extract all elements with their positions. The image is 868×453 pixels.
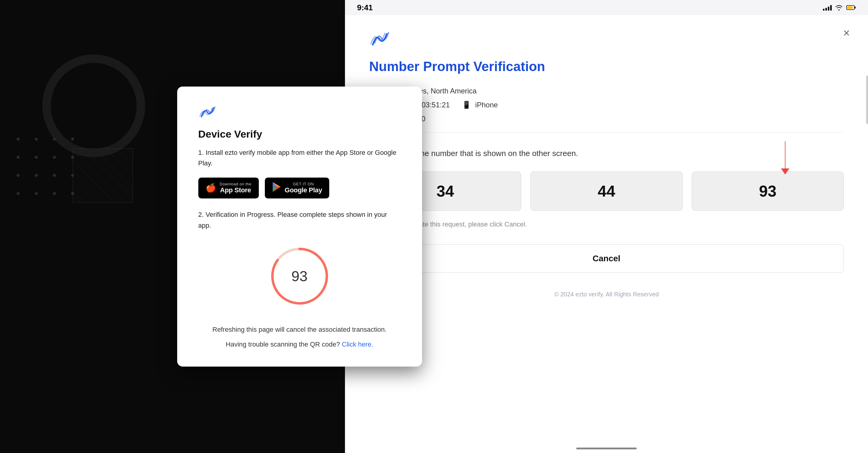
svg-rect-14 [855,7,856,8]
google-play-sub: GET IT ON [285,182,322,187]
close-button[interactable]: × [843,27,850,39]
trouble-text: Having trouble scanning the QR code? Cli… [198,340,401,349]
signal-icon [823,4,832,10]
phone-icon: 📱 [462,101,471,109]
select-prompt: Please select the number that is shown o… [369,148,844,159]
google-play-main: Google Play [285,187,322,194]
cancel-note: If you did not initiate this request, pl… [369,220,844,229]
device-text: iPhone [475,101,498,109]
footer-copyright: © 2024 ezto verify. All Rights Reserved [369,291,844,298]
status-icons [823,4,856,10]
store-buttons-container: 🍎 Download on the App Store GET IT ON G [198,178,401,199]
refresh-note: Refreshing this page will cancel the ass… [198,325,401,334]
step1-text: 1. Install ezto verify mobile app from e… [198,147,401,169]
iphone-panel: 9:41 [345,0,868,453]
arrow-line [785,141,785,169]
number-option-44[interactable]: 44 [530,172,682,211]
progress-number: 93 [291,268,308,284]
progress-ring: 93 [266,243,333,309]
apple-icon: 🍎 [206,183,216,193]
ip-row: 🌐 18.68.10.100 [369,115,844,123]
app-store-main: App Store [220,187,252,194]
number-selection-area: 34 44 93 [369,172,844,211]
divider [369,132,844,132]
modal-title: Device Verify [198,128,401,140]
ezto-logo [198,104,401,122]
cancel-button[interactable]: Cancel [369,244,844,273]
number-options: 34 44 93 [369,172,844,211]
svg-rect-15 [847,6,852,9]
click-here-link[interactable]: Click here. [342,340,373,348]
google-play-button[interactable]: GET IT ON Google Play [265,178,330,199]
google-play-icon [272,182,281,194]
location-row: 📍 United States, North America [369,87,844,95]
status-bar: 9:41 [345,0,868,15]
verification-title: Number Prompt Verification [369,59,844,75]
home-indicator [576,448,637,449]
phone-content: × Number Prompt Verification 📍 United St… [345,15,868,453]
battery-icon [846,5,856,10]
number-option-93[interactable]: 93 [692,172,844,211]
progress-container: 93 [198,243,401,309]
google-play-text: GET IT ON Google Play [285,182,322,194]
device-row: 📅 09-12-2024 03:51:21 📱 iPhone [369,101,844,109]
phone-logo [369,30,844,52]
app-store-sub: Download on the [220,182,252,187]
iphone-screen: × Number Prompt Verification 📍 United St… [345,15,868,453]
wifi-icon [835,4,843,10]
app-store-text: Download on the App Store [220,182,252,194]
arrow-head [781,169,789,175]
device-verify-modal: Device Verify 1. Install ezto verify mob… [177,87,422,366]
step2-text: 2. Verification in Progress. Please comp… [198,210,401,231]
info-section: 📍 United States, North America 📅 09-12-2… [369,87,844,123]
app-store-button[interactable]: 🍎 Download on the App Store [198,178,259,199]
scrollbar[interactable] [866,76,868,124]
status-time: 9:41 [357,3,373,12]
arrow-indicator [781,141,789,175]
device-item: 📱 iPhone [462,101,498,109]
